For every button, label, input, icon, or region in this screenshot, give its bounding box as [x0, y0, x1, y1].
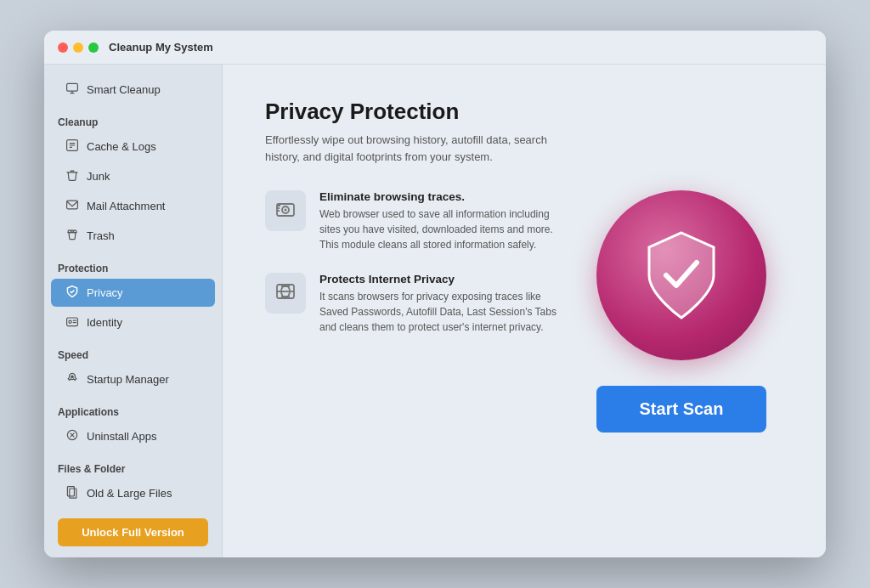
- page-title: Privacy Protection: [265, 99, 562, 125]
- old-large-files-label: Old & Large Files: [87, 487, 172, 500]
- shield-check-icon: [635, 229, 728, 322]
- cache-icon: [65, 139, 80, 155]
- startup-manager-label: Startup Manager: [87, 373, 169, 386]
- sidebar: Smart Cleanup Cleanup Cache & Logs: [44, 65, 223, 557]
- cache-logs-label: Cache & Logs: [87, 140, 156, 153]
- sidebar-item-privacy[interactable]: Privacy: [51, 279, 215, 307]
- sidebar-item-old-large-files[interactable]: Old & Large Files: [51, 479, 215, 507]
- sidebar-item-uninstall-apps[interactable]: Uninstall Apps: [51, 422, 215, 450]
- svg-rect-8: [67, 201, 78, 209]
- features-list: Eliminate browsing traces. Web browser u…: [265, 190, 562, 335]
- maximize-button[interactable]: [88, 42, 99, 53]
- svg-rect-20: [70, 489, 76, 498]
- main-area: Privacy Protection Effortlessly wipe out…: [223, 65, 826, 557]
- mail-icon: [65, 198, 80, 214]
- sidebar-item-trash[interactable]: Trash: [51, 222, 215, 250]
- unlock-full-version-button[interactable]: Unlock Full Version: [58, 518, 208, 546]
- page-subtitle: Effortlessly wipe out browsing history, …: [265, 132, 554, 165]
- feature-browsing-title: Eliminate browsing traces.: [319, 190, 562, 203]
- sidebar-item-mail-attachment[interactable]: Mail Attachment: [51, 192, 215, 220]
- identity-label: Identity: [87, 316, 122, 329]
- applications-section-label: Applications: [44, 398, 222, 421]
- privacy-label: Privacy: [87, 286, 123, 299]
- feature-browsing-traces: Eliminate browsing traces. Web browser u…: [265, 190, 562, 252]
- uninstall-icon: [65, 428, 80, 444]
- svg-point-23: [285, 209, 287, 212]
- main-body: Privacy Protection Effortlessly wipe out…: [265, 99, 783, 523]
- identity-icon: [65, 314, 80, 331]
- feature-browsing-text: Eliminate browsing traces. Web browser u…: [319, 190, 562, 252]
- files-folder-section-label: Files & Folder: [44, 455, 222, 478]
- privacy-shield-icon: [65, 285, 80, 301]
- uninstall-apps-label: Uninstall Apps: [87, 430, 156, 443]
- globe-privacy-icon: [274, 281, 297, 305]
- eye-scan-icon: [274, 199, 297, 223]
- svg-point-12: [69, 320, 71, 323]
- speed-section-label: Speed: [44, 341, 222, 365]
- sidebar-item-startup-manager[interactable]: Startup Manager: [51, 365, 215, 393]
- close-button[interactable]: [58, 42, 68, 53]
- sidebar-item-identity[interactable]: Identity: [51, 308, 215, 336]
- main-left: Privacy Protection Effortlessly wipe out…: [265, 99, 562, 523]
- main-content: Smart Cleanup Cleanup Cache & Logs: [44, 65, 826, 557]
- titlebar: Cleanup My System: [44, 31, 826, 65]
- trash-icon: [65, 228, 80, 244]
- files-icon: [65, 485, 80, 501]
- junk-icon: [65, 168, 80, 184]
- svg-rect-19: [67, 487, 74, 496]
- feature-internet-desc: It scans browsers for privacy exposing t…: [319, 289, 562, 335]
- smart-cleanup-label: Smart Cleanup: [87, 83, 161, 96]
- mail-attachment-label: Mail Attachment: [87, 200, 166, 212]
- feature-browsing-desc: Web browser used to save all information…: [319, 206, 562, 252]
- minimize-button[interactable]: [73, 42, 83, 53]
- browsing-traces-icon-box: [265, 190, 306, 231]
- feature-internet-title: Protects Internet Privacy: [319, 273, 562, 286]
- feature-internet-privacy: Protects Internet Privacy It scans brows…: [265, 273, 562, 335]
- traffic-lights: [58, 42, 99, 53]
- protection-section-label: Protection: [44, 254, 222, 278]
- feature-internet-text: Protects Internet Privacy It scans brows…: [319, 273, 562, 335]
- monitor-icon: [65, 82, 80, 98]
- window-title: Cleanup My System: [109, 41, 213, 54]
- internet-privacy-icon-box: [265, 273, 306, 314]
- right-panel: Start Scan: [562, 99, 783, 523]
- svg-rect-0: [67, 83, 78, 91]
- junk-label: Junk: [87, 170, 110, 183]
- cleanup-section-label: Cleanup: [44, 108, 222, 132]
- trash-label: Trash: [87, 229, 115, 242]
- shield-graphic: [596, 190, 766, 360]
- sidebar-item-cache-logs[interactable]: Cache & Logs: [51, 133, 215, 161]
- start-scan-button[interactable]: Start Scan: [596, 386, 766, 433]
- sidebar-item-smart-cleanup[interactable]: Smart Cleanup: [51, 76, 215, 104]
- startup-icon: [65, 371, 80, 387]
- sidebar-item-junk[interactable]: Junk: [51, 162, 215, 190]
- svg-point-15: [71, 376, 73, 377]
- app-window: Cleanup My System Smart Cleanup Cleanup: [44, 31, 826, 557]
